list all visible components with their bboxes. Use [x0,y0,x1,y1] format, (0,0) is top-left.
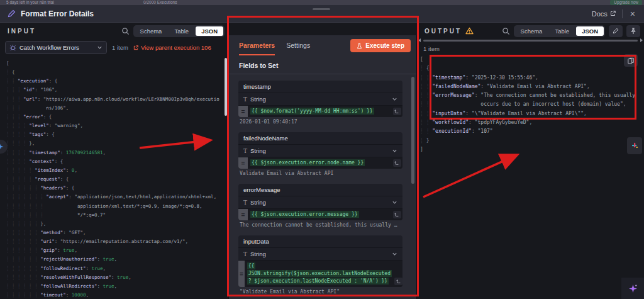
json-line: ┊ ┊ ┊ ┊ "timestamp": 1767092146581, [6,149,228,157]
json-line: ┊ ┊ ┊ ┊ ┊ ┊ "gzip": true, [6,246,228,255]
json-line: ┊ ┊ ┊ "id": "106", [6,86,228,94]
field-type-select[interactable]: T String [238,248,402,261]
params-scrollbar[interactable] [411,77,414,184]
field-type-value: String [250,147,266,154]
field-block: inputData T String = {{ JSON.stringify($… [238,235,402,295]
input-source-select[interactable]: Catch Workflow Errors [5,41,107,54]
json-line: ┊ ┊ "executionId": "107" [420,127,644,136]
scroll-left-arrow[interactable] [418,38,421,42]
expand-expression-icon [396,279,401,284]
expression-mode-toggle[interactable]: = [238,261,245,287]
expression-text: {{ $now.format('yyyy-MM-dd HH:mm:ss') }} [250,108,374,115]
open-expression-editor-button[interactable] [394,278,402,285]
field-block: failedNodeName T String = {{ $json.execu… [238,132,402,176]
docs-link[interactable]: Docs [592,10,616,18]
open-expression-editor-button[interactable] [393,159,401,167]
json-line: ┊ { [6,68,228,77]
open-expression-editor-button[interactable] [393,211,401,218]
input-label: INPUT [8,28,36,35]
json-line: ┊ ┊ ┊ ┊ ┊ ┊ "headers": { [6,184,228,193]
input-scrollbar[interactable] [225,58,227,116]
expression-mode-toggle[interactable]: = [238,157,248,169]
output-json-view[interactable]: [┊ {┊ ┊ "timestamp": "2025-12-30 15:55:4… [417,52,644,298]
input-view-tabs: SchemaTableJSON [133,25,225,37]
tab-settings[interactable]: Settings [286,35,310,55]
json-line: ┊ ┊ "failedNodeName": "Validate Email vi… [420,82,644,91]
tab-schema[interactable]: Schema [515,26,548,36]
slack-node-icon [627,137,642,154]
search-icon[interactable] [121,27,130,35]
field-expression-input[interactable]: {{ $now.format('yyyy-MM-dd HH:mm:ss') }} [248,106,391,117]
json-line: ┊ ┊ occurs due to an incorrect host (dom… [420,100,644,109]
edit-pencil-icon[interactable] [8,9,16,18]
json-line: ┊ ┊ ┊ ┊ ┊ ┊ "method": "GET", [6,228,228,237]
input-source-value: Catch Workflow Errors [19,44,94,51]
tab-parameters[interactable]: Parameters [239,35,275,55]
field-result-preview: The connection cannot be established, th… [240,222,402,228]
json-line: ┊ ┊ ┊ ┊ ┊ "request": { [6,175,228,184]
field-expression-input[interactable]: {{ $json.execution.error.node.name }} [248,157,391,169]
json-line: ┊ ┊ ┊ ┊ ┊ ┊ "rejectUnauthorized": true, [6,255,228,264]
app-topbar: 5 days left in your n8n trial 0/2000 Exe… [0,0,644,5]
expression-mode-toggle[interactable]: = [238,209,248,220]
json-line: ┊ ┊ ┊ ┊ "level": "warning", [6,121,228,130]
json-line: ┊ } [420,137,644,145]
ai-assistant-button[interactable] [621,278,644,299]
field-type-select[interactable]: T String [238,196,402,209]
field-name-input[interactable]: timestamp [238,81,402,93]
tab-schema[interactable]: Schema [135,26,168,36]
json-line: ] [420,145,644,154]
json-line: ┊ { [420,64,644,73]
node-title: Format Error Details [21,9,94,18]
json-line: ┊ ┊ ┊ ┊ ┊ ┊ "timeout": 10000, [6,291,228,298]
pin-data-button[interactable] [626,25,640,37]
fields-to-set-title: Fields to Set [229,55,416,74]
parent-link-label: View parent execution 106 [141,44,211,51]
expression-mode-toggle[interactable]: = [238,106,248,117]
field-name-input[interactable]: failedNodeName [238,132,402,145]
fields-list: timestamp T String = {{ $now.format('yyy… [229,81,416,299]
type-string-icon: T [243,200,247,206]
tab-table[interactable]: Table [169,26,194,36]
json-line: ┊ ┊ "errorMessage": "The connection cann… [420,91,644,100]
chevron-down-icon [392,251,397,257]
input-json-view[interactable]: [┊ {┊ ┊ "execution": {┊ ┊ ┊ "id": "106",… [0,56,228,298]
tab-json[interactable]: JSON [196,26,223,36]
json-line: ┊ ┊ "execution": { [6,77,228,86]
expand-expression-icon [394,212,399,217]
field-expression-row: = {{ $json.execution.error.message }} [238,209,402,220]
tab-table[interactable]: Table [549,26,575,36]
edit-output-button[interactable] [609,25,623,37]
field-expression-input[interactable]: {{ $json.execution.error.message }} [248,209,391,220]
json-line: [ [6,59,228,68]
panel-drag-handle[interactable] [313,8,330,10]
view-parent-execution-link[interactable]: View parent execution 106 [133,44,211,51]
field-type-select[interactable]: T String [238,145,402,157]
field-expression-input[interactable]: {{ JSON.stringify($json.execution.lastNo… [245,261,394,287]
type-string-icon: T [243,96,247,103]
sparkle-purple-icon [628,284,638,293]
json-line: ┊ ┊ ┊ ns/106", [6,104,228,113]
flask-icon [357,43,362,49]
tab-json[interactable]: JSON [576,26,604,36]
field-type-value: String [250,199,266,206]
expression-text: {{ JSON.stringify($json.execution.lastNo… [247,262,392,285]
execute-step-button[interactable]: Execute step [350,39,411,52]
open-expression-editor-button[interactable] [393,108,401,115]
scroll-right-arrow[interactable] [640,38,643,42]
output-horizontal-scrollbar[interactable] [418,39,643,42]
scroll-thumb[interactable] [423,40,638,42]
field-name-input[interactable]: errorMessage [238,184,402,196]
copy-output-button[interactable] [624,54,638,67]
field-type-value: String [250,251,266,257]
search-icon[interactable] [502,27,510,35]
field-name-input[interactable]: inputData [238,235,402,248]
json-line: ┊ ┊ ┊ ┊ ┊ ┊ "uri": "https://emailreputat… [6,237,228,246]
expression-text: {{ $json.execution.error.message }} [250,211,359,218]
upgrade-button[interactable]: Upgrade now [610,0,642,5]
external-link-icon [610,11,616,16]
field-type-select[interactable]: T String [238,93,402,106]
copy-icon [628,57,634,64]
close-icon[interactable]: × [629,9,636,19]
output-view-tabs: SchemaTableJSON [514,25,605,37]
